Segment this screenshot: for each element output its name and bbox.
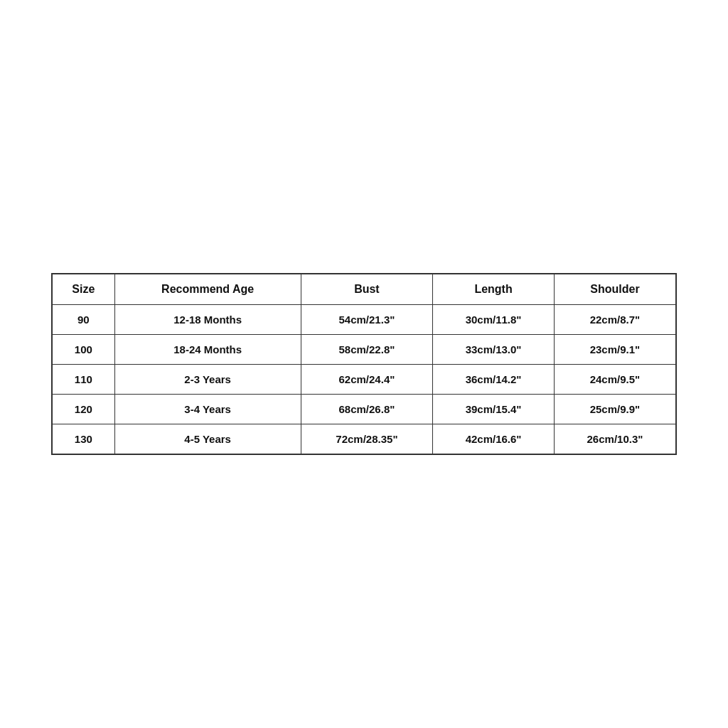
- cell-bust: 58cm/22.8": [301, 335, 433, 365]
- cell-bust: 68cm/26.8": [301, 395, 433, 424]
- cell-size: 130: [52, 424, 114, 455]
- cell-length: 39cm/15.4": [433, 395, 555, 424]
- cell-size: 110: [52, 365, 114, 395]
- cell-length: 33cm/13.0": [433, 335, 555, 365]
- cell-shoulder: 22cm/8.7": [554, 305, 676, 335]
- size-chart-container: Size Recommend Age Bust Length Shoulder …: [51, 273, 677, 455]
- header-shoulder: Shoulder: [554, 274, 676, 305]
- table-row: 1304-5 Years72cm/28.35"42cm/16.6"26cm/10…: [52, 424, 676, 455]
- size-chart-table: Size Recommend Age Bust Length Shoulder …: [51, 273, 677, 455]
- table-row: 1102-3 Years62cm/24.4"36cm/14.2"24cm/9.5…: [52, 365, 676, 395]
- table-row: 1203-4 Years68cm/26.8"39cm/15.4"25cm/9.9…: [52, 395, 676, 424]
- header-recommend-age: Recommend Age: [114, 274, 301, 305]
- header-size: Size: [52, 274, 114, 305]
- cell-size: 120: [52, 395, 114, 424]
- cell-bust: 54cm/21.3": [301, 305, 433, 335]
- cell-shoulder: 25cm/9.9": [554, 395, 676, 424]
- cell-bust: 72cm/28.35": [301, 424, 433, 455]
- cell-length: 30cm/11.8": [433, 305, 555, 335]
- cell-age: 3-4 Years: [114, 395, 301, 424]
- cell-shoulder: 26cm/10.3": [554, 424, 676, 455]
- table-header-row: Size Recommend Age Bust Length Shoulder: [52, 274, 676, 305]
- header-bust: Bust: [301, 274, 433, 305]
- cell-bust: 62cm/24.4": [301, 365, 433, 395]
- cell-length: 42cm/16.6": [433, 424, 555, 455]
- cell-age: 18-24 Months: [114, 335, 301, 365]
- cell-size: 100: [52, 335, 114, 365]
- cell-shoulder: 23cm/9.1": [554, 335, 676, 365]
- table-row: 9012-18 Months54cm/21.3"30cm/11.8"22cm/8…: [52, 305, 676, 335]
- cell-size: 90: [52, 305, 114, 335]
- cell-age: 2-3 Years: [114, 365, 301, 395]
- cell-age: 12-18 Months: [114, 305, 301, 335]
- cell-length: 36cm/14.2": [433, 365, 555, 395]
- header-length: Length: [433, 274, 555, 305]
- cell-age: 4-5 Years: [114, 424, 301, 455]
- table-row: 10018-24 Months58cm/22.8"33cm/13.0"23cm/…: [52, 335, 676, 365]
- cell-shoulder: 24cm/9.5": [554, 365, 676, 395]
